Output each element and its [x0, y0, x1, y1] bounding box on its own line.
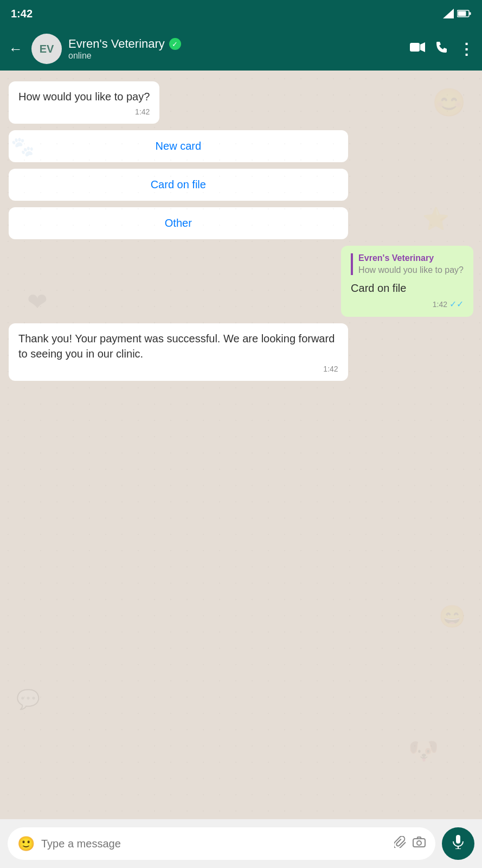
outgoing-message-text: Card on file: [351, 282, 406, 294]
contact-info: Evren's Veterinary ✓ online: [68, 37, 403, 61]
incoming-message-2-text: Thank you! Your payment was successful. …: [18, 333, 335, 360]
read-receipt-icon: ✓✓: [449, 299, 464, 309]
svg-rect-4: [410, 43, 420, 52]
outgoing-time: 1:42: [433, 300, 447, 309]
svg-point-7: [417, 841, 421, 845]
video-call-icon[interactable]: [410, 42, 425, 56]
incoming-message-1-time: 1:42: [18, 107, 150, 116]
incoming-message-1-text: How would you like to pay?: [18, 91, 150, 103]
svg-rect-8: [456, 835, 460, 844]
verified-badge: ✓: [169, 38, 181, 50]
input-bar: 🙂: [0, 819, 482, 868]
status-time: 1:42: [11, 8, 33, 20]
svg-marker-5: [420, 42, 425, 52]
battery-icon: [457, 10, 471, 17]
status-icons: [443, 9, 471, 18]
outgoing-message: Evren's Veterinary How would you like to…: [341, 246, 473, 317]
phone-call-icon[interactable]: [436, 41, 448, 56]
quote-author: Evren's Veterinary: [358, 253, 464, 263]
incoming-message-1: How would you like to pay? 1:42: [9, 81, 159, 124]
card-on-file-option[interactable]: Card on file: [9, 169, 348, 201]
attach-icon[interactable]: [394, 836, 406, 851]
outgoing-meta: 1:42 ✓✓: [351, 299, 464, 309]
more-options-icon[interactable]: ⋮: [459, 40, 473, 58]
emoji-button[interactable]: 🙂: [17, 835, 35, 852]
quoted-message: Evren's Veterinary How would you like to…: [351, 253, 464, 275]
contact-avatar: EV: [31, 34, 62, 64]
mic-icon: [452, 835, 464, 852]
chat-area: 😊 🐾 ⭐ ❤ 😄 💬 🐶 How would you like to pay?…: [0, 71, 482, 819]
contact-status: online: [68, 51, 403, 61]
quote-text: How would you like to pay?: [358, 265, 464, 275]
svg-rect-2: [458, 11, 466, 16]
chat-header: ← EV Evren's Veterinary ✓ online ⋮: [0, 27, 482, 71]
contact-name: Evren's Veterinary: [68, 37, 165, 51]
svg-rect-3: [470, 12, 471, 15]
contact-name-row: Evren's Veterinary ✓: [68, 37, 403, 51]
status-bar: 1:42: [0, 0, 482, 27]
message-input-wrapper: 🙂: [8, 827, 435, 860]
header-actions: ⋮: [410, 40, 473, 58]
new-card-label: New card: [156, 140, 201, 152]
other-label: Other: [165, 217, 192, 229]
card-on-file-label: Card on file: [151, 178, 206, 190]
mic-button[interactable]: [442, 827, 474, 860]
signal-icon: [443, 9, 454, 18]
back-button[interactable]: ←: [9, 41, 23, 58]
svg-marker-0: [443, 9, 454, 18]
message-input[interactable]: [41, 838, 388, 850]
incoming-message-2: Thank you! Your payment was successful. …: [9, 323, 348, 381]
camera-icon[interactable]: [413, 837, 426, 851]
new-card-option[interactable]: New card: [9, 130, 348, 162]
incoming-message-2-time: 1:42: [18, 365, 338, 373]
other-option[interactable]: Other: [9, 207, 348, 239]
